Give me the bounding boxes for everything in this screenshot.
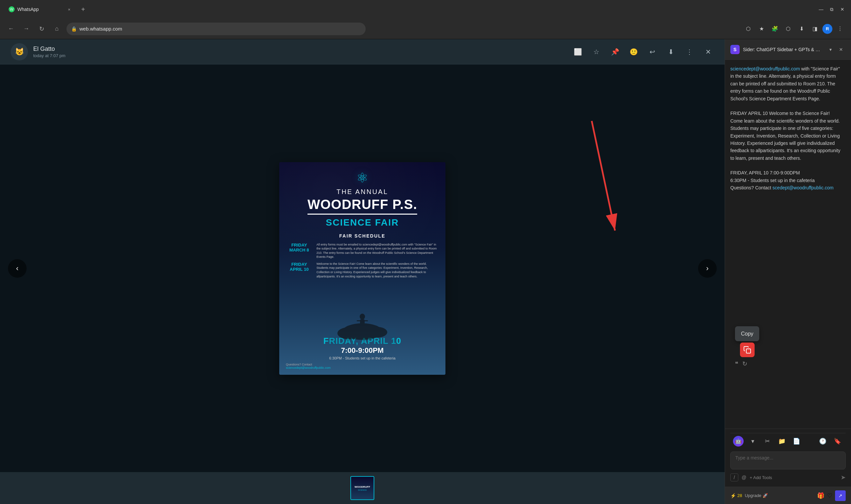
svg-rect-6 — [357, 320, 360, 321]
person-silhouette — [329, 292, 395, 345]
wa-thumbnail-strip: WOODRUFF SCIENCE — [0, 472, 725, 504]
close-button[interactable]: ✕ — [838, 5, 847, 14]
svg-rect-5 — [360, 319, 365, 328]
sider-message-input[interactable] — [730, 451, 846, 469]
extension-button[interactable]: 🧩 — [769, 23, 781, 35]
sider-logo: S — [730, 45, 740, 54]
sider-header: S Sider: ChatGPT Sidebar + GPTs & GP... … — [725, 39, 851, 60]
sidebar-toggle-button[interactable]: ◨ — [809, 23, 820, 35]
sider-history-button[interactable]: 🕐 — [817, 435, 828, 447]
lock-icon: 🔒 — [71, 26, 77, 32]
sider-link-2[interactable]: scedept@woodruffpublic.com — [773, 185, 834, 191]
svg-rect-8 — [360, 328, 362, 334]
profile-button[interactable]: R — [822, 24, 832, 34]
sider-sidebar: S Sider: ChatGPT Sidebar + GPTs & GP... … — [725, 39, 851, 504]
sider-title-text: Sider: ChatGPT Sidebar + GPTs & GP... — [743, 47, 822, 52]
add-tools-button[interactable]: + Add Tools — [750, 475, 772, 480]
sider-link-1[interactable]: sciencedept@woodruffpublic.com — [730, 66, 800, 71]
sider-emoji-button[interactable]: 🤖 — [733, 436, 744, 447]
sider-external-button[interactable]: ↗ — [835, 490, 846, 501]
svg-point-2 — [337, 327, 361, 339]
wa-header-actions: ⬜ ☆ 📌 🙂 ↩ ⬇ ⋮ ✕ — [572, 46, 714, 58]
restore-button[interactable]: ⧉ — [827, 5, 836, 14]
sider-content-area: sciencedept@woodruffpublic.com with "Sci… — [725, 60, 851, 429]
minimize-button[interactable]: — — [816, 5, 826, 14]
url-text: web.whatsapp.com — [79, 26, 361, 32]
poster-main-time: 7:00-9:00PM — [341, 346, 384, 355]
thumbnail-item[interactable]: WOODRUFF SCIENCE — [350, 476, 374, 500]
sider-paragraph-5: Questions? Contact — [730, 185, 771, 191]
sider-scissors-button[interactable]: ✂ — [762, 435, 773, 447]
refresh-button[interactable]: ↻ — [36, 23, 47, 35]
sider-footer-actions: 🎁 ♡ ↗ — [817, 490, 846, 501]
window-controls: — ⧉ ✕ — [816, 5, 847, 14]
sider-paragraph-3: FRIDAY, APRIL 10 7:00-9:00DPM — [730, 170, 800, 176]
caption-button[interactable]: ⬜ — [572, 46, 584, 58]
share-button[interactable]: ↩ — [646, 46, 658, 58]
svg-point-4 — [360, 313, 365, 320]
url-bar[interactable]: 🔒 web.whatsapp.com — [67, 23, 366, 35]
copy-button[interactable] — [740, 343, 755, 357]
prev-media-button[interactable]: ‹ — [8, 259, 26, 278]
quote-icon: ❝ — [735, 359, 738, 369]
whatsapp-tab[interactable]: W WhatsApp × — [4, 3, 77, 16]
red-arrow-indicator — [579, 118, 632, 244]
close-viewer-button[interactable]: ✕ — [702, 46, 714, 58]
copy-popup-label: Copy — [735, 326, 759, 342]
sider-dropdown-button[interactable]: ▾ — [826, 45, 835, 54]
at-mention-button[interactable]: @ — [742, 475, 746, 480]
bookmark-button[interactable]: ★ — [756, 23, 767, 35]
svg-line-11 — [592, 121, 615, 231]
pin-button[interactable]: 📌 — [609, 46, 621, 58]
refresh-icon: ↻ — [742, 359, 747, 369]
back-button[interactable]: ← — [5, 23, 17, 35]
svg-point-3 — [367, 327, 387, 338]
sider-chevron-button[interactable]: ▾ — [747, 435, 758, 447]
content-area: 😺 El Gatto today at 7:07 pm ⬜ ☆ 📌 🙂 ↩ ⬇ … — [0, 39, 851, 504]
downloads-button[interactable]: ⬇ — [796, 23, 807, 35]
emoji-react-button[interactable]: 🙂 — [627, 46, 640, 58]
slash-command-button[interactable]: / — [730, 473, 738, 481]
menu-button[interactable]: ⋮ — [834, 23, 846, 35]
poster-contact: Questions? Contact sciencedept@woodruffp… — [286, 363, 439, 370]
svg-rect-12 — [746, 349, 750, 353]
tab-title: WhatsApp — [17, 7, 63, 12]
sider-input-area: 🤖 ▾ ✂ 📁 📄 🕐 🔖 / @ + Add Tools ➤ — [725, 429, 851, 487]
gift-button[interactable]: 🎁 — [817, 492, 825, 499]
contact-name: El Gatto — [33, 46, 66, 53]
send-message-button[interactable]: ➤ — [841, 474, 846, 481]
browser-frame: W WhatsApp × + — ⧉ ✕ ← → ↻ ⌂ 🔒 web.whats… — [0, 0, 851, 504]
home-button[interactable]: ⌂ — [51, 23, 63, 35]
sider-input-row: / @ + Add Tools ➤ — [730, 471, 846, 483]
poster-cafeteria-text: 6:30PM - Students set up in the cafeteri… — [329, 356, 395, 360]
new-tab-button[interactable]: + — [78, 5, 88, 14]
sider-content-inner: sciencedept@woodruffpublic.com with "Sci… — [730, 65, 846, 192]
sider-folder-button[interactable]: 📁 — [776, 435, 787, 447]
sider-paragraph-4: 6:30PM - Students set up in the cafeteri… — [730, 178, 815, 183]
address-bar: ← → ↻ ⌂ 🔒 web.whatsapp.com ⬡ ★ 🧩 ⬡ ⬇ ◨ R… — [0, 19, 851, 39]
heart-button[interactable]: ♡ — [827, 492, 832, 499]
sider-footer: ⚡ 28 Upgrade 🚀 🎁 ♡ ↗ — [725, 487, 851, 504]
sider-close-button[interactable]: ✕ — [836, 45, 846, 54]
sider-toolbar: 🤖 ▾ ✂ 📁 📄 🕐 🔖 — [730, 433, 846, 449]
title-bar: W WhatsApp × + — ⧉ ✕ — [0, 0, 851, 19]
sider-paragraph-2: FRIDAY APRIL 10 Welcome to the Science F… — [730, 111, 840, 160]
tab-bar: W WhatsApp × + — [4, 3, 814, 16]
sider-credit-count: 28 — [737, 493, 742, 498]
upgrade-button[interactable]: Upgrade — [745, 493, 761, 498]
forward-button[interactable]: → — [21, 23, 32, 35]
avatar: 😺 — [11, 43, 28, 60]
sider-bookmark-button[interactable]: 🔖 — [832, 435, 843, 447]
extension2-button[interactable]: ⬡ — [782, 23, 794, 35]
science-fair-poster: ⚛ THE ANNUAL WOODRUFF P.S. SCIENCE FAIR … — [279, 162, 445, 375]
download-button[interactable]: ⬇ — [665, 46, 677, 58]
wa-media-area: ‹ — [0, 65, 725, 472]
next-media-button[interactable]: › — [698, 259, 717, 278]
poster-contact-label: Questions? Contact — [286, 363, 312, 366]
wa-header-left: 😺 El Gatto today at 7:07 pm — [11, 43, 66, 60]
more-button[interactable]: ⋮ — [684, 46, 695, 58]
sider-doc-button[interactable]: 📄 — [791, 435, 802, 447]
screen-cast-button[interactable]: ⬡ — [743, 23, 754, 35]
tab-close-button[interactable]: × — [66, 6, 72, 13]
star-button[interactable]: ☆ — [590, 46, 602, 58]
